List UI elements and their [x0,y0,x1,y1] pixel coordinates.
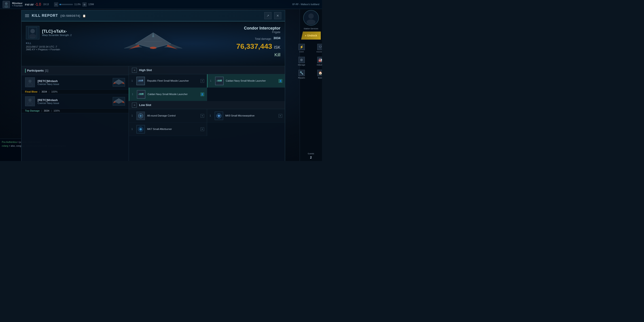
svg-point-24 [28,98,32,102]
svg-point-68 [308,14,314,19]
participant-2-stats: Top Damage | 3034 | 100% [22,108,128,113]
low-slot-1-close[interactable]: ✕ [200,114,204,118]
sidebar-item-base[interactable]: 🏠 Base [312,69,322,80]
high-slot-item-1[interactable]: 1 Republic Fleet Small Miss [129,74,207,88]
participant-1-stats: Final Blow | 3034 | 100% [22,90,128,94]
damage-control-icon [136,112,145,120]
participants-count: [1] [45,69,48,72]
base-icon: 🏠 [317,70,322,76]
top-bar-right-info: XF-RF - Wallace's butttland [292,3,319,6]
waypoint-icon[interactable]: ◎ [82,2,86,6]
menu-button[interactable] [25,14,29,17]
svg-point-5 [29,34,36,38]
svg-point-33 [142,80,143,81]
sidebar-item-repairs[interactable]: 🔧 Repairs [293,69,310,80]
svg-point-57 [140,128,142,130]
participant-2-info: [RETC]Mrdash Coercer Navy Issue [38,98,110,104]
low-slot-num-2: 1 [132,128,134,130]
caldari-launcher-left-icon [137,90,145,98]
share-button[interactable]: ↗ [264,12,272,19]
sidebar-item-manage[interactable]: ⚙ Manage [293,56,310,67]
svg-point-4 [30,29,35,33]
victim-avatar [26,26,39,39]
high-slot-header: ⚔ High Slot [129,66,285,74]
kill-report-panel: KILL REPORT [ID:5893074] 📋 ↗ ✕ [TLC]-sTa… [21,10,285,161]
slot-num-2: 1 [132,93,134,96]
svg-point-48 [140,115,141,116]
participant-2-pct: 100% [54,109,60,112]
high-slot-left: 1 Republic Fleet Small Miss [129,74,207,101]
right-sidebar: Station Services » Undock ⚡ event 🛡 Insu… [300,0,322,161]
character-name: Minotaur [12,2,23,4]
shield-bar-hud: ⊙ 11.0% [54,2,80,6]
low-slot-right-item-1[interactable]: 1 [207,109,285,122]
participant-2-damage: 3034 [44,109,49,112]
high-slot-right-item-1[interactable]: 1 Caldari Navy Small Missil [207,74,285,88]
participants-panel: Participants [1] [RETC]Mrdash Coe [22,66,129,161]
victim-row: [TLC]-sTaXx- Warp Scramble Strength: 2 [26,26,88,39]
damage-value: 3034 [274,36,280,40]
participant-1-damage: 3034 [42,90,47,93]
participant-item-2[interactable]: [RETC]Mrdash Coercer Navy Issue Top Dama… [22,94,128,113]
shield-icon: ⊙ [54,2,58,6]
speed-value: 129M [88,3,94,6]
low-slot-row: 1 [129,109,285,136]
caldari-launcher-right-icon [215,77,224,85]
svg-point-12 [150,47,156,49]
hud-icons: ⊙ 11.0% ◎ 129M [54,2,94,6]
rating: -1.0 [35,2,41,6]
character-avatar [3,1,10,8]
low-slot-r1-close[interactable]: ✕ [278,114,282,118]
victim-info-section: [TLC]-sTaXx- Warp Scramble Strength: 2 K… [22,22,93,66]
low-slot-item-2[interactable]: 1 [129,122,207,136]
mwd-icon [215,112,223,120]
kill-hero: [TLC]-sTaXx- Warp Scramble Strength: 2 K… [22,22,285,66]
guests-label: Guests [308,152,314,155]
afterburner-name: MK7 Small Afterburner [147,128,198,130]
sidebar-item-industry[interactable]: 🏭 Industry [312,56,322,67]
participant-item-1[interactable]: [RETC]Mrdash Coercer Navy Issue Final Bl… [22,75,128,94]
undock-button[interactable]: » Undock [301,32,321,40]
high-slot-row: 1 Republic Fleet Small Miss [129,74,285,101]
sidebar-row-1: ⚡ event 🛡 Insurance [293,42,322,54]
caldari-launcher-left-name: Caldari Navy Small Missile Launcher [148,92,198,96]
kill-content: Participants [1] [RETC]Mrdash Coe [22,66,285,161]
industry-icon: 🏭 [317,57,322,63]
kill-report-header: KILL REPORT [ID:5893074] 📋 ↗ ✕ [22,10,285,22]
svg-point-25 [27,102,33,106]
sidebar-item-insurance[interactable]: 🛡 Insurance [312,43,322,54]
svg-rect-34 [138,80,139,82]
participant-2-ship-img [113,97,125,106]
chat-name-2: cvlang [2,145,8,147]
participants-header: Participants [1] [22,66,128,75]
participants-bar [25,69,26,73]
sidebar-services: ⚡ event 🛡 Insurance ⚙ Manage 🏭 Industry … [300,42,322,80]
low-slot-header: ⚔ Low Slot [129,101,285,109]
final-blow-label: Final Blow [25,90,37,93]
svg-rect-39 [138,94,140,95]
shield-value: 11.0% [74,3,80,6]
ship-svg [122,26,184,62]
low-slot-item-1[interactable]: 1 [129,109,207,122]
callsign: PXF-RF [25,3,34,6]
manage-icon: ⚙ [298,57,305,63]
high-slot-item-2[interactable]: 1 Caldari Navy Small Missil [129,88,207,101]
afterburner-icon [136,125,145,134]
low-slot-2-close[interactable]: ✕ [200,128,204,131]
sidebar-item-event[interactable]: ⚡ event [293,43,310,54]
sidebar-row-2: ⚙ Manage 🏭 Industry [293,55,322,67]
low-slot-icon: ⚔ [132,103,137,108]
player-avatar [303,10,319,26]
low-slot-r-num-1: 1 [210,114,212,117]
kill-date: 2021/08/17 18:55:34 UTC -7 [26,46,88,48]
slot-1-close[interactable]: ✕ [200,79,204,83]
close-button[interactable]: ✕ [274,12,281,19]
isk-unit: ISK [274,45,280,50]
kill-result-badge: Kill [274,52,280,58]
station-services-label: Station Services [304,28,318,30]
participants-label: Participants [27,69,44,72]
svg-point-18 [27,84,33,86]
low-slot-left: 1 [129,109,207,136]
svg-point-2 [4,5,8,8]
top-bar: Minotaur < Fountain PXF-RF -1.0 19:13 ⊙ … [0,0,322,9]
